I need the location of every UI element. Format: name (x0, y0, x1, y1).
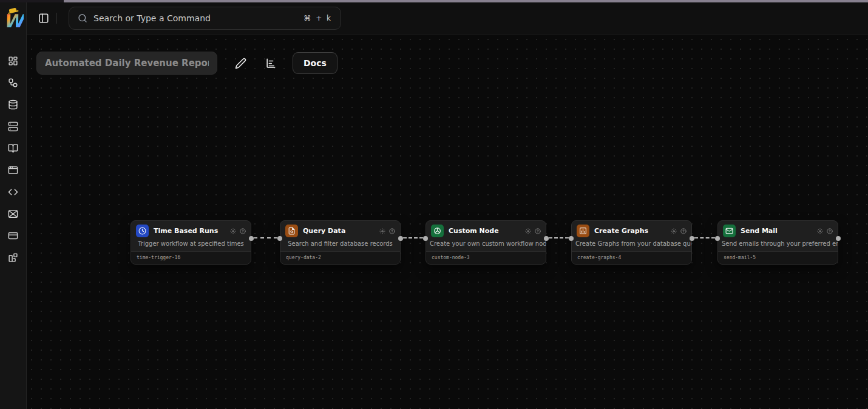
app-logo[interactable]: W (1, 7, 25, 34)
node-id: time-trigger-16 (131, 251, 251, 264)
node-title: Custom Node (449, 227, 520, 235)
connection-edge[interactable] (403, 237, 423, 238)
node-header: Custom Node (426, 221, 546, 237)
blocks-icon (8, 252, 18, 263)
workflow-node[interactable]: Send Mail Send emails through your prefe… (717, 220, 838, 265)
settings-icon[interactable] (230, 228, 236, 234)
settings-icon[interactable] (525, 228, 531, 234)
dashboard-icon (8, 56, 18, 66)
node-description: Send emails through your preferred email… (718, 237, 838, 251)
search-shortcut-hint: ⌘ + k (303, 14, 332, 22)
node-description: Search and filter database records (280, 237, 400, 251)
settings-icon[interactable] (817, 228, 823, 234)
main-area: Search or Type a Command ⌘ + k Docs Time… (27, 2, 868, 409)
logo-letter: W (4, 12, 24, 30)
sidebar-item-code[interactable] (2, 181, 24, 203)
node-id: send-mail-5 (718, 251, 838, 264)
circle-help-icon[interactable] (827, 228, 833, 234)
sidebar-item-dashboard[interactable] (2, 50, 24, 72)
panel-left-icon (38, 13, 49, 24)
chart-bars-icon (265, 58, 277, 69)
sidebar-item-mail[interactable] (2, 203, 24, 225)
topbar: Search or Type a Command ⌘ + k (27, 2, 868, 35)
sidebar-item-workflows[interactable] (2, 72, 24, 93)
mail-x-icon (8, 209, 18, 219)
node-actions (230, 228, 246, 234)
node-actions (671, 228, 687, 234)
node-header: Time Based Runs (131, 221, 251, 237)
server-icon (8, 121, 18, 132)
node-header: Query Data (280, 221, 400, 237)
file-search-icon (285, 225, 298, 237)
search-placeholder: Search or Type a Command (93, 13, 303, 23)
edit-title-button[interactable] (233, 56, 248, 70)
sidebar-nav (2, 50, 24, 268)
run-logs-button[interactable] (263, 56, 278, 70)
node-id: create-graphs-4 (572, 251, 691, 264)
node-description: Trigger workflow at specified times (131, 237, 251, 251)
workflow-header-row: Docs (36, 52, 337, 75)
pencil-icon (235, 58, 246, 69)
workflow-node[interactable]: Time Based Runs Trigger workflow at spec… (131, 220, 251, 265)
node-input-handle[interactable] (277, 236, 282, 241)
clock-icon (136, 225, 149, 237)
node-output-handle[interactable] (836, 236, 841, 241)
workflow-canvas[interactable]: Docs Time Based Runs Trigger workflow at… (27, 35, 868, 409)
node-title: Send Mail (741, 227, 812, 235)
sidebar-item-database[interactable] (2, 93, 24, 115)
settings-icon[interactable] (671, 228, 677, 234)
workflow-node[interactable]: Query Data Search and filter database re… (280, 220, 401, 265)
circle-help-icon[interactable] (680, 228, 687, 234)
node-title: Time Based Runs (154, 227, 225, 235)
sidebar-item-billing[interactable] (2, 225, 24, 246)
sidebar-item-integrations[interactable] (2, 246, 24, 268)
node-description: Create Graphs from your database queries (572, 237, 691, 251)
workflow-title-input[interactable] (36, 52, 217, 75)
node-input-handle[interactable] (569, 236, 574, 241)
node-id: custom-node-3 (426, 251, 546, 264)
node-input-handle[interactable] (715, 236, 720, 241)
node-title: Create Graphs (594, 227, 666, 235)
sidebar-item-apps[interactable] (2, 159, 24, 181)
search-icon (78, 13, 87, 23)
topbar-divider (56, 13, 56, 24)
workflow-node[interactable]: Custom Node Create your own custom workf… (426, 220, 546, 265)
code-icon (8, 187, 18, 197)
circle-help-icon[interactable] (240, 228, 246, 234)
book-open-icon (8, 143, 18, 154)
database-icon (8, 100, 18, 110)
custom-wheel-icon (431, 225, 444, 237)
credit-card-icon (8, 231, 18, 241)
settings-icon[interactable] (379, 228, 385, 234)
connection-edge[interactable] (549, 237, 569, 238)
app-root: W Search or Type a Command ⌘ + k (0, 2, 868, 409)
app-window-icon (8, 165, 18, 175)
node-title: Query Data (303, 227, 375, 235)
node-output-handle[interactable] (249, 236, 254, 241)
node-actions (817, 228, 833, 234)
circle-help-icon[interactable] (389, 228, 395, 234)
node-output-handle[interactable] (690, 236, 694, 241)
node-header: Create Graphs (572, 221, 691, 237)
node-id: query-data-2 (280, 251, 400, 264)
sidebar-item-docs[interactable] (2, 137, 24, 159)
chart-frame-icon (577, 225, 589, 237)
sidebar-item-servers[interactable] (2, 115, 24, 137)
command-search[interactable]: Search or Type a Command ⌘ + k (69, 7, 341, 30)
mail-icon (723, 225, 736, 237)
node-actions (379, 228, 395, 234)
docs-button[interactable]: Docs (293, 52, 337, 74)
circle-help-icon[interactable] (535, 228, 541, 234)
connection-edge[interactable] (694, 237, 715, 238)
node-header: Send Mail (718, 221, 838, 237)
node-actions (525, 228, 541, 234)
workflow-node[interactable]: Create Graphs Create Graphs from your da… (571, 220, 692, 265)
node-description: Create your own custom workflow node (426, 237, 546, 251)
node-output-handle[interactable] (398, 236, 403, 241)
sidebar-toggle-button[interactable] (35, 10, 52, 27)
workflow-icon (8, 78, 18, 88)
sidebar: W (0, 2, 27, 409)
connection-edge[interactable] (254, 237, 277, 238)
node-output-handle[interactable] (544, 236, 549, 241)
node-input-handle[interactable] (423, 236, 428, 241)
